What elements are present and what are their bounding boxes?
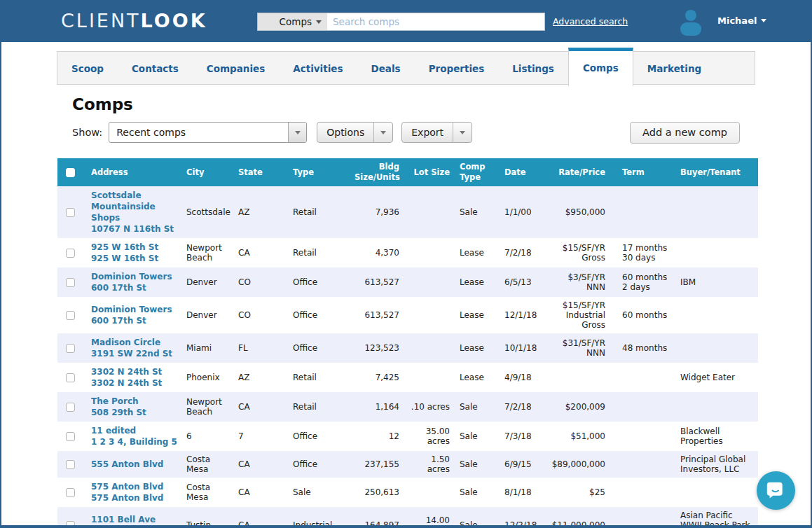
- state-cell: CO: [234, 268, 289, 297]
- export-button-label: Export: [402, 123, 453, 142]
- address-link[interactable]: 555 Anton Blvd: [91, 459, 181, 470]
- rate-price-cell: $3/SF/YR NNN: [545, 268, 610, 297]
- tab-contacts[interactable]: Contacts: [118, 52, 193, 84]
- address-link[interactable]: 1101 Bell Ave1101 Bell Ave: [91, 514, 181, 528]
- tab-comps[interactable]: Comps: [568, 48, 633, 86]
- bldg-size-cell: 1,164: [350, 392, 404, 422]
- clientlook-logo[interactable]: CLIENTLOOK: [61, 10, 207, 32]
- buyer-tenant-cell: Principal Global Investors, LLC: [676, 451, 758, 478]
- tab-marketing[interactable]: Marketing: [633, 52, 715, 84]
- bldg-size-cell: 250,613: [350, 478, 404, 507]
- comps-table: Address City State Type Bldg Size/Units …: [57, 158, 758, 528]
- type-cell: Sale: [289, 478, 350, 507]
- date-cell: 6/5/13: [500, 268, 545, 297]
- term-cell: [610, 392, 676, 422]
- chat-launcher-button[interactable]: [757, 471, 795, 510]
- lot-size-cell: [404, 363, 455, 392]
- comp-type-cell: Lease: [455, 238, 500, 268]
- export-button[interactable]: Export: [401, 122, 472, 143]
- bldg-size-cell: 7,425: [350, 363, 404, 392]
- user-menu[interactable]: Michael: [717, 15, 766, 26]
- buyer-tenant-cell: IBM: [676, 268, 758, 297]
- city-cell: Newport Beach: [182, 392, 234, 422]
- lot-size-cell: .10 acres: [404, 392, 455, 422]
- row-checkbox[interactable]: [66, 373, 75, 382]
- date-cell: 7/3/18: [500, 422, 545, 451]
- user-avatar[interactable]: [676, 6, 706, 36]
- date-cell: 7/2/18: [500, 392, 545, 422]
- address-link[interactable]: Dominion Towers600 17th St: [91, 304, 181, 326]
- comps-table-body: Scottsdale Mountainside Shops10767 N 116…: [57, 186, 758, 528]
- row-checkbox[interactable]: [66, 344, 75, 353]
- clientlook-app: CLIENTLOOK Comps Advanced search Michael…: [0, 0, 812, 528]
- tab-companies[interactable]: Companies: [193, 52, 279, 84]
- add-new-comp-button[interactable]: Add a new comp: [630, 122, 740, 144]
- buyer-tenant-cell: [676, 333, 758, 363]
- row-checkbox[interactable]: [66, 249, 75, 258]
- address-link[interactable]: 925 W 16th St925 W 16th St: [91, 242, 181, 264]
- state-cell: CA: [234, 478, 289, 507]
- type-cell: Retail: [289, 363, 350, 392]
- row-checkbox[interactable]: [66, 488, 75, 497]
- options-dropdown-arrow[interactable]: [373, 123, 392, 142]
- term-cell: 60 months: [610, 297, 676, 333]
- address-link[interactable]: Scottsdale Mountainside Shops10767 N 116…: [91, 190, 181, 235]
- address-link[interactable]: 11 edited1 2 3 4, Building 5: [91, 425, 181, 447]
- rate-price-cell: $25: [545, 478, 610, 507]
- buyer-tenant-cell: [676, 238, 758, 268]
- row-checkbox[interactable]: [66, 278, 75, 287]
- state-cell: AZ: [234, 363, 289, 392]
- show-select[interactable]: Recent comps: [109, 122, 307, 143]
- address-link[interactable]: Dominion Towers600 17th St: [91, 271, 181, 293]
- row-checkbox[interactable]: [66, 460, 75, 469]
- state-cell: CA: [234, 507, 289, 528]
- row-checkbox[interactable]: [66, 311, 75, 320]
- row-checkbox[interactable]: [66, 432, 75, 441]
- user-name: Michael: [717, 15, 757, 26]
- address-link[interactable]: 575 Anton Blvd575 Anton Blvd: [91, 481, 181, 503]
- select-arrow[interactable]: [288, 123, 306, 142]
- address-link[interactable]: 3302 N 24th St3302 N 24th St: [91, 366, 181, 389]
- comp-type-cell: Lease: [455, 333, 500, 363]
- options-button[interactable]: Options: [317, 122, 393, 143]
- address-link[interactable]: Madison Circle3191 SW 22nd St: [91, 337, 181, 359]
- term-cell: [610, 478, 676, 507]
- row-checkbox[interactable]: [66, 208, 75, 217]
- bldg-size-cell: 12: [350, 422, 404, 451]
- export-dropdown-arrow[interactable]: [453, 123, 472, 142]
- logo-look-text: LOOK: [141, 10, 207, 32]
- bldg-size-cell: 7,936: [350, 186, 404, 238]
- show-select-value: Recent comps: [109, 123, 288, 142]
- tab-properties[interactable]: Properties: [415, 52, 499, 84]
- lot-size-cell: 35.00 acres: [404, 422, 455, 451]
- row-checkbox[interactable]: [66, 521, 75, 528]
- lot-size-cell: [404, 238, 455, 268]
- city-cell: 6: [182, 422, 234, 451]
- bldg-size-cell: 123,523: [350, 333, 404, 363]
- type-cell: Industrial: [289, 507, 350, 528]
- chat-bubble-icon: [766, 480, 787, 501]
- tab-deals[interactable]: Deals: [357, 52, 415, 84]
- date-cell: 1/1/00: [500, 186, 545, 238]
- col-header-term: Term: [610, 158, 676, 186]
- date-cell: 7/2/18: [500, 238, 545, 268]
- search-input[interactable]: [327, 13, 544, 30]
- table-row: Dominion Towers600 17th StDenverCOOffice…: [57, 297, 758, 333]
- tab-activities[interactable]: Activities: [279, 52, 357, 84]
- search-category-dropdown[interactable]: Comps: [258, 13, 327, 30]
- address-link[interactable]: The Porch508 29th St: [91, 396, 181, 418]
- col-header-buyer-tenant: Buyer/Tenant: [676, 158, 758, 186]
- term-cell: [610, 451, 676, 478]
- select-all-checkbox[interactable]: [66, 168, 75, 177]
- tab-listings[interactable]: Listings: [498, 52, 568, 84]
- table-row: 3302 N 24th St3302 N 24th StPhoenixAZRet…: [57, 363, 758, 392]
- date-cell: 12/1/18: [500, 297, 545, 333]
- rate-price-cell: $950,000: [545, 186, 610, 238]
- bldg-size-cell: 237,155: [350, 451, 404, 478]
- table-header-row: Address City State Type Bldg Size/Units …: [57, 158, 758, 186]
- city-cell: Denver: [182, 297, 234, 333]
- tab-scoop[interactable]: Scoop: [57, 52, 118, 84]
- advanced-search-link[interactable]: Advanced search: [553, 16, 628, 27]
- table-row: Dominion Towers600 17th StDenverCOOffice…: [57, 268, 758, 297]
- row-checkbox[interactable]: [66, 403, 75, 412]
